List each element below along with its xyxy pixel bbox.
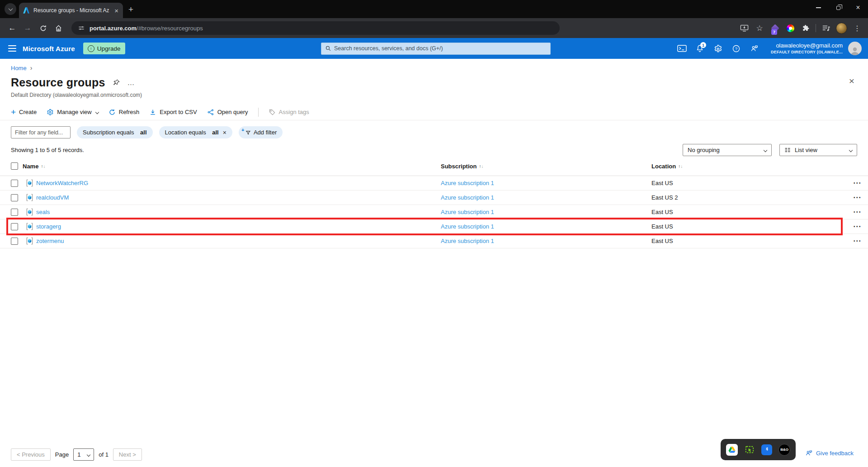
settings-gear-icon[interactable] (710, 41, 726, 56)
gear-icon (47, 109, 54, 116)
window-restore-button[interactable] (828, 0, 848, 15)
subscription-filter-pill[interactable]: Subscription equals all (77, 126, 153, 138)
extensions-puzzle-icon[interactable] (800, 23, 811, 33)
view-select[interactable]: List view (779, 144, 857, 156)
bluetooth-icon[interactable] (760, 443, 773, 456)
row-actions-icon[interactable]: ••• (843, 224, 868, 229)
tab-search-button[interactable] (5, 3, 16, 15)
resource-group-link[interactable]: seals (36, 209, 50, 215)
refresh-button[interactable]: Refresh (108, 109, 140, 116)
row-actions-icon[interactable]: ••• (843, 238, 868, 243)
reading-list-icon[interactable] (821, 23, 831, 33)
reload-button[interactable] (36, 21, 50, 35)
row-checkbox[interactable] (11, 238, 18, 245)
browser-profile-avatar[interactable] (836, 23, 847, 34)
plus-icon: + (11, 108, 16, 116)
upgrade-button[interactable]: ↑ Upgrade (83, 43, 125, 54)
row-actions-icon[interactable]: ••• (843, 181, 868, 186)
subscription-link[interactable]: Azure subscription 1 (441, 180, 494, 186)
remove-filter-icon[interactable]: × (223, 129, 226, 136)
subscription-link[interactable]: Azure subscription 1 (441, 238, 494, 244)
bookmark-star-icon[interactable]: ☆ (754, 23, 765, 33)
azure-brand[interactable]: Microsoft Azure (23, 45, 75, 52)
branch-icon (207, 109, 214, 116)
notifications-bell-icon[interactable]: 1 (692, 41, 708, 56)
tab-close-icon[interactable]: × (113, 7, 119, 14)
global-search-box[interactable] (321, 43, 551, 55)
resource-group-link[interactable]: storagerg (36, 223, 61, 230)
export-csv-button[interactable]: Export to CSV (149, 109, 197, 116)
select-all-checkbox[interactable] (11, 162, 18, 170)
hamburger-menu-icon[interactable] (8, 45, 16, 52)
install-app-icon[interactable] (739, 23, 750, 33)
browser-tab-strip: Resource groups - Microsoft Az × + × (0, 0, 868, 18)
extension-diamond-icon[interactable]: 7 (769, 23, 780, 33)
search-input[interactable] (334, 45, 547, 52)
resource-group-icon (23, 222, 36, 231)
row-checkbox[interactable] (11, 223, 18, 230)
filter-input[interactable] (11, 126, 71, 138)
row-actions-icon[interactable]: ••• (843, 210, 868, 214)
column-header-name[interactable]: Name ↑↓ (23, 163, 441, 170)
cloud-shell-icon[interactable] (674, 41, 689, 56)
column-header-subscription[interactable]: Subscription ↑↓ (441, 163, 651, 170)
account-info[interactable]: olawaleoloye@gmail.com DEFAULT DIRECTORY… (771, 42, 843, 55)
column-header-location[interactable]: Location ↑↓ (651, 163, 843, 170)
new-tab-button[interactable]: + (128, 5, 133, 14)
row-checkbox[interactable] (11, 194, 18, 201)
list-view-icon (784, 147, 791, 153)
page-title: Resource groups (11, 76, 105, 89)
feedback-icon[interactable] (746, 41, 762, 56)
resource-group-link[interactable]: zotermenu (36, 238, 64, 244)
back-button[interactable]: ← (5, 21, 19, 35)
add-filter-funnel-icon: + (245, 129, 251, 136)
manage-view-button[interactable]: Manage view (47, 109, 99, 116)
row-checkbox[interactable] (11, 180, 18, 187)
subscription-link[interactable]: Azure subscription 1 (441, 194, 494, 201)
location-cell: East US (651, 209, 843, 215)
row-checkbox[interactable] (11, 209, 18, 216)
resource-group-icon (23, 208, 36, 216)
tag-icon (269, 109, 276, 116)
screen-capture-icon[interactable] (743, 443, 756, 456)
pin-icon[interactable] (113, 79, 120, 86)
resource-groups-table: Name ↑↓ Subscription ↑↓ Location ↑↓ Netw… (0, 161, 868, 248)
breadcrumb-home-link[interactable]: Home (11, 65, 27, 71)
assign-tags-button[interactable]: Assign tags (269, 109, 309, 116)
previous-page-button[interactable]: < Previous (11, 448, 51, 461)
subscription-link[interactable]: Azure subscription 1 (441, 223, 494, 230)
open-query-button[interactable]: Open query (207, 109, 248, 116)
refresh-icon (108, 109, 116, 116)
bang-olufsen-icon[interactable]: B&O (778, 443, 791, 456)
browser-menu-kebab-icon[interactable]: ⋮ (852, 24, 863, 33)
give-feedback-link[interactable]: Give feedback (805, 449, 854, 457)
window-close-button[interactable]: × (848, 0, 868, 15)
grouping-select[interactable]: No grouping (683, 144, 772, 156)
extension-badge: 7 (771, 29, 777, 35)
close-page-icon[interactable]: × (849, 76, 854, 86)
chevron-down-icon (764, 148, 767, 152)
google-drive-icon[interactable] (726, 443, 738, 456)
location-filter-pill[interactable]: Location equals all × (159, 126, 232, 138)
feedback-person-icon (805, 449, 813, 457)
window-minimize-button[interactable] (808, 0, 828, 15)
forward-button[interactable]: → (21, 21, 34, 35)
home-button[interactable] (52, 21, 65, 35)
page-number-select[interactable]: 1 (73, 448, 94, 461)
resource-group-link[interactable]: realcloudVM (36, 194, 69, 201)
create-button[interactable]: + Create (11, 108, 37, 116)
row-actions-icon[interactable]: ••• (843, 195, 868, 200)
chevron-down-icon (95, 110, 99, 114)
color-wheel-extension-icon[interactable] (785, 23, 796, 33)
subscription-link[interactable]: Azure subscription 1 (441, 209, 494, 215)
resource-group-link[interactable]: NetworkWatcherRG (36, 180, 88, 186)
azure-avatar[interactable] (848, 42, 862, 55)
browser-tab[interactable]: Resource groups - Microsoft Az × (19, 3, 123, 18)
site-info-icon[interactable] (78, 24, 85, 32)
svg-text:?: ? (735, 46, 737, 51)
next-page-button[interactable]: Next > (113, 448, 142, 461)
title-ellipsis-icon[interactable]: … (127, 79, 135, 87)
url-bar[interactable]: portal.azure.com/#browse/resourcegroups (71, 21, 560, 35)
help-icon[interactable]: ? (728, 41, 744, 56)
add-filter-button[interactable]: + Add filter (239, 126, 283, 138)
